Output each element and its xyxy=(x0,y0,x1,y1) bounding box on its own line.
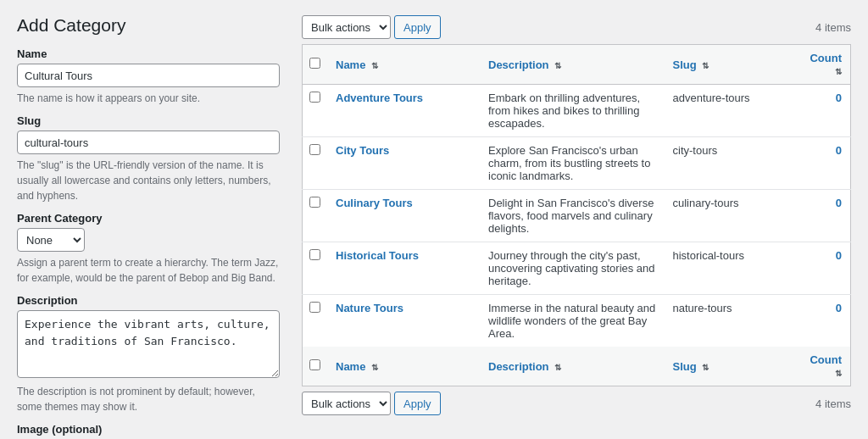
footer-name-sort-icon: ⇅ xyxy=(371,363,378,372)
footer-checkbox-cell xyxy=(303,347,328,386)
table-row: Nature Tours Immerse in the natural beau… xyxy=(303,295,851,347)
image-group: Image (optional) Select Image xyxy=(17,423,280,439)
row-checkbox-4[interactable] xyxy=(309,302,320,313)
row-count-cell: 0 xyxy=(800,190,851,242)
row-name-cell: City Tours xyxy=(327,137,480,190)
image-label: Image (optional) xyxy=(17,423,280,436)
slug-label: Slug xyxy=(17,114,280,127)
bulk-actions-select[interactable]: Bulk actions xyxy=(302,15,391,39)
category-link-3[interactable]: Historical Tours xyxy=(336,249,419,262)
header-count: Count ⇅ xyxy=(800,45,851,85)
row-checkbox-1[interactable] xyxy=(309,144,320,155)
row-checkbox-2[interactable] xyxy=(309,197,320,208)
parent-select[interactable]: None xyxy=(17,228,85,252)
category-link-0[interactable]: Adventure Tours xyxy=(336,92,423,104)
row-slug-cell: culinary-tours xyxy=(665,190,800,242)
header-name: Name ⇅ xyxy=(327,45,480,85)
row-name-cell: Adventure Tours xyxy=(327,85,480,137)
slug-hint: The "slug" is the URL-friendly version o… xyxy=(17,158,280,203)
header-checkbox-cell xyxy=(303,45,328,85)
table-footer-header-row: Name ⇅ Description ⇅ Slug ⇅ Count ⇅ xyxy=(303,347,851,386)
table-row: Historical Tours Journey through the cit… xyxy=(303,242,851,295)
description-label: Description xyxy=(17,294,280,307)
select-all-checkbox[interactable] xyxy=(309,58,320,69)
row-slug-cell: city-tours xyxy=(665,137,800,190)
row-checkbox-cell xyxy=(303,137,328,190)
footer-count-sort-link[interactable]: Count ⇅ xyxy=(810,353,842,379)
name-input[interactable] xyxy=(17,64,280,87)
row-checkbox-3[interactable] xyxy=(309,249,320,260)
row-name-cell: Historical Tours xyxy=(327,242,480,295)
row-slug-cell: nature-tours xyxy=(665,295,800,347)
select-all-checkbox-footer[interactable] xyxy=(309,359,320,370)
count-link-0[interactable]: 0 xyxy=(836,92,842,104)
row-checkbox-cell xyxy=(303,295,328,347)
count-sort-icon: ⇅ xyxy=(835,67,842,76)
count-link-3[interactable]: 0 xyxy=(836,249,842,262)
desc-sort-icon: ⇅ xyxy=(554,61,561,70)
row-count-cell: 0 xyxy=(800,85,851,137)
category-link-4[interactable]: Nature Tours xyxy=(336,302,403,314)
row-checkbox-cell xyxy=(303,242,328,295)
items-count-top: 4 items xyxy=(815,21,851,34)
table-header-row: Name ⇅ Description ⇅ Slug ⇅ Count ⇅ xyxy=(303,45,851,85)
count-link-1[interactable]: 0 xyxy=(836,144,842,157)
row-count-cell: 0 xyxy=(800,137,851,190)
table-row: City Tours Explore San Francisco's urban… xyxy=(303,137,851,190)
count-sort-link[interactable]: Count ⇅ xyxy=(810,52,842,77)
header-slug: Slug ⇅ xyxy=(665,45,800,85)
footer-name-sort-link[interactable]: Name ⇅ xyxy=(336,360,378,373)
row-name-cell: Nature Tours xyxy=(327,295,480,347)
description-hint: The description is not prominent by defa… xyxy=(17,384,280,414)
table-body: Adventure Tours Embark on thrilling adve… xyxy=(303,85,851,347)
footer-slug-sort-link[interactable]: Slug ⇅ xyxy=(673,360,709,373)
row-name-cell: Culinary Tours xyxy=(327,190,480,242)
footer-count-sort-icon: ⇅ xyxy=(835,369,842,378)
row-slug-cell: adventure-tours xyxy=(665,85,800,137)
slug-sort-icon: ⇅ xyxy=(702,61,709,70)
row-desc-cell: Immerse in the natural beauty and wildli… xyxy=(480,295,665,347)
bottom-toolbar: Bulk actions Apply 4 items xyxy=(302,392,851,415)
bulk-actions-select-bottom[interactable]: Bulk actions xyxy=(302,392,391,415)
header-description: Description ⇅ xyxy=(480,45,665,85)
footer-slug: Slug ⇅ xyxy=(665,347,800,386)
desc-sort-link[interactable]: Description ⇅ xyxy=(488,58,561,71)
table-row: Adventure Tours Embark on thrilling adve… xyxy=(303,85,851,137)
slug-sort-link[interactable]: Slug ⇅ xyxy=(673,58,709,71)
row-slug-cell: historical-tours xyxy=(665,242,800,295)
footer-desc-sort-icon: ⇅ xyxy=(554,363,561,372)
row-desc-cell: Delight in San Francisco's diverse flavo… xyxy=(480,190,665,242)
parent-group: Parent Category None Assign a parent ter… xyxy=(17,212,280,286)
count-link-2[interactable]: 0 xyxy=(836,197,842,209)
name-label: Name xyxy=(17,47,280,60)
row-desc-cell: Explore San Francisco's urban charm, fro… xyxy=(480,137,665,190)
panel-title: Add Category xyxy=(17,15,280,36)
row-checkbox-0[interactable] xyxy=(309,92,320,103)
category-link-2[interactable]: Culinary Tours xyxy=(336,197,413,209)
slug-input[interactable] xyxy=(17,131,280,154)
toolbar-left: Bulk actions Apply xyxy=(302,15,441,39)
apply-button-bottom[interactable]: Apply xyxy=(394,392,441,415)
slug-group: Slug The "slug" is the URL-friendly vers… xyxy=(17,114,280,203)
row-checkbox-cell xyxy=(303,190,328,242)
row-checkbox-cell xyxy=(303,85,328,137)
row-count-cell: 0 xyxy=(800,242,851,295)
add-category-panel: Add Category Name The name is how it app… xyxy=(17,15,280,439)
category-link-1[interactable]: City Tours xyxy=(336,144,389,157)
items-count-bottom: 4 items xyxy=(815,397,851,410)
name-sort-link[interactable]: Name ⇅ xyxy=(336,58,378,71)
name-sort-icon: ⇅ xyxy=(371,61,378,70)
footer-description: Description ⇅ xyxy=(480,347,665,386)
name-hint: The name is how it appears on your site. xyxy=(17,91,280,106)
row-desc-cell: Embark on thrilling adventures, from hik… xyxy=(480,85,665,137)
table-row: Culinary Tours Delight in San Francisco'… xyxy=(303,190,851,242)
description-group: Description Experience the vibrant arts,… xyxy=(17,294,280,414)
toolbar-left-bottom: Bulk actions Apply xyxy=(302,392,441,415)
count-link-4[interactable]: 0 xyxy=(836,302,842,314)
apply-button-top[interactable]: Apply xyxy=(394,15,441,39)
footer-count: Count ⇅ xyxy=(800,347,851,386)
parent-hint: Assign a parent term to create a hierarc… xyxy=(17,255,280,286)
parent-label: Parent Category xyxy=(17,212,280,225)
description-textarea[interactable]: Experience the vibrant arts, culture, an… xyxy=(17,310,280,378)
footer-desc-sort-link[interactable]: Description ⇅ xyxy=(488,360,561,373)
